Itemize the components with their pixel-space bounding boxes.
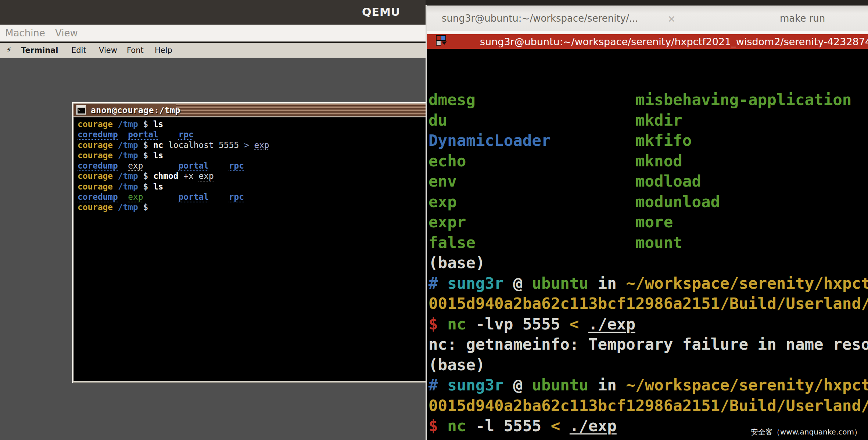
serenity-menu-edit[interactable]: Edit (71, 46, 86, 55)
terminal-line: 0015d940a2ba62c113bcf12986a2151/Build/Us… (428, 293, 868, 314)
screenshot-canvas: QEMU Machine View ⚡ Terminal Edit View F… (0, 0, 868, 440)
serenity-terminal-title: anon@courage:/tmp (91, 105, 180, 115)
terminal-line: # sung3r @ ubuntu in ~/workspace/serenit… (428, 273, 868, 294)
terminal-line: nc: getnameinfo: Temporary failure in na… (428, 334, 868, 355)
gnome-window-left-border (426, 5, 427, 440)
terminal-line: env modload (428, 171, 868, 192)
terminal-line: courage /tmp $ ls (78, 181, 430, 192)
serenity-terminal-lines: courage /tmp $ lscoredump portal rpccour… (78, 119, 430, 213)
tab-active[interactable]: sung3r@ubuntu:~/workspace/serenity/... (442, 13, 638, 24)
serenity-menu-view[interactable]: View (99, 46, 117, 55)
qemu-menu-machine[interactable]: Machine (5, 28, 45, 39)
watermark-anquanke: 安全客（www.anquanke.com） (751, 427, 861, 437)
terminal-line: exp modunload (428, 192, 868, 212)
qemu-menu-view[interactable]: View (55, 28, 78, 39)
lightning-icon[interactable]: ⚡ (6, 46, 12, 54)
terminal-line: coredump portal rpc (78, 129, 430, 140)
terminal-line: DynamicLoader mkfifo (428, 130, 868, 151)
qemu-titlebar[interactable]: QEMU (0, 0, 426, 25)
terminal-line: expr more (428, 212, 868, 232)
gnome-terminal-lines: dmesg misbehaving-applicationdu mkdirDyn… (428, 90, 868, 440)
serenity-menu-help[interactable]: Help (155, 46, 172, 55)
titlebar-stripes (176, 104, 430, 116)
serenity-menu-terminal[interactable]: Terminal (21, 46, 58, 55)
terminal-line: courage /tmp $ nc localhost 5555 > exp (78, 140, 430, 150)
terminal-line: echo mknod (428, 151, 868, 172)
gnome-terminal-window: sung3r@ubuntu:~/workspace/serenity/... ×… (426, 0, 868, 440)
tabbar-bottom-band (427, 31, 868, 34)
terminal-line: courage /tmp $ (78, 202, 430, 212)
terminal-line: courage /tmp $ ls (78, 150, 430, 161)
qemu-menubar: Machine View (0, 25, 426, 43)
terminal-line: (base) (428, 253, 868, 273)
terminal-line: $ nc -lvp 5555 < ./exp (428, 314, 868, 335)
terminal-line: coredump exp portal rpc (78, 161, 430, 171)
qemu-window: QEMU Machine View ⚡ Terminal Edit View F… (0, 0, 426, 440)
terminal-line: false mount (428, 232, 868, 253)
screen-status-title: sung3r@ubuntu:~/workspace/serenity/hxpct… (480, 36, 868, 47)
serenity-terminal-content[interactable]: courage /tmp $ lscoredump portal rpccour… (73, 117, 430, 381)
terminal-line: (base) (428, 355, 868, 375)
terminal-line: du mkdir (428, 110, 868, 131)
gnome-titlebar-strip (426, 0, 868, 5)
serenity-menubar: ⚡ Terminal Edit View Font Help (0, 43, 426, 58)
serenity-terminal-titlebar[interactable]: > anon@courage:/tmp (73, 104, 430, 116)
terminal-line: courage /tmp $ ls (78, 119, 430, 129)
serenity-menu-font[interactable]: Font (127, 46, 144, 55)
terminal-line: coredump exp portal rpc (78, 192, 430, 202)
serenity-terminal-window: > anon@courage:/tmp courage /tmp $ lscor… (72, 102, 432, 383)
terminal-line: courage /tmp $ chmod +x exp (78, 171, 430, 181)
terminal-line: # sung3r @ ubuntu in ~/workspace/serenit… (428, 375, 868, 396)
terminal-line: dmesg misbehaving-application (428, 90, 868, 110)
qemu-window-title: QEMU (362, 6, 400, 18)
gnome-terminal-content[interactable]: dmesg misbehaving-applicationdu mkdirDyn… (427, 49, 868, 440)
screen-status-bar: sung3r@ubuntu:~/workspace/serenity/hxpct… (427, 34, 868, 49)
serenity-desktop: ⚡ Terminal Edit View Font Help > anon@co… (0, 43, 426, 440)
tab-make-run[interactable]: make run (780, 13, 825, 24)
tab-close-icon[interactable]: × (667, 13, 676, 24)
gnome-tab-bar: sung3r@ubuntu:~/workspace/serenity/... ×… (426, 5, 868, 31)
terminal-app-icon: > (76, 105, 86, 115)
dropdown-arrow-icon (442, 42, 447, 45)
terminal-line: 0015d940a2ba62c113bcf12986a2151/Build/Us… (428, 396, 868, 416)
screen-window-icon[interactable] (436, 35, 449, 48)
